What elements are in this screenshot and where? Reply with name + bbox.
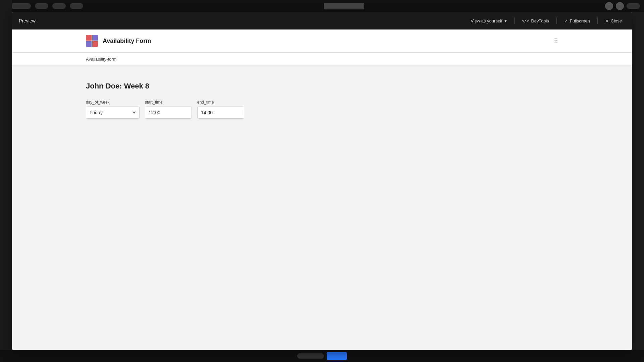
app-top-bar [0,0,644,12]
top-bar-right [605,2,640,10]
start-time-label: start_time [145,100,192,105]
close-button[interactable]: ✕ Close [602,16,625,25]
header-divider [597,17,598,24]
form-logo [86,35,98,47]
top-bar-avatar [616,2,624,10]
top-bar-nav-item [70,3,83,9]
chevron-down-icon: ▾ [504,18,507,23]
close-label: Close [611,18,622,23]
end-time-input-wrapper: 📅 [197,107,244,119]
end-time-input[interactable] [198,107,244,118]
grid-icon[interactable]: ⠿ [554,37,558,45]
form-header-left: Availability Form [86,35,151,47]
form-content: John Doe: Week 8 day_of_week Monday Tues… [12,66,632,350]
view-as-yourself-label: View as yourself [471,18,502,23]
start-time-input-wrapper: 📅 [145,107,192,119]
modal-header-right: View as yourself ▾ </> DevTools ⤢ Fullsc… [467,16,625,25]
devtools-icon: </> [522,18,529,23]
header-divider [514,17,515,24]
left-sidebar [0,0,12,362]
bottom-bar-cta [327,352,347,360]
form-subtitle-bar: Availability-form [12,53,632,66]
top-bar-center-item [324,3,364,9]
logo-quadrant-2 [92,35,98,41]
end-time-field-group: end_time 📅 [197,100,244,119]
devtools-button[interactable]: </> DevTools [519,16,552,25]
view-as-yourself-button[interactable]: View as yourself ▾ [467,16,510,25]
start-time-field-group: start_time 📅 [145,100,192,119]
top-bar-nav-item [11,3,31,9]
end-time-label: end_time [197,100,244,105]
close-icon: ✕ [605,18,609,23]
logo-quadrant-4 [92,41,98,47]
day-of-week-select[interactable]: Monday Tuesday Wednesday Thursday Friday… [86,107,140,119]
bottom-bar-item [297,353,324,359]
day-of-week-label: day_of_week [86,100,140,105]
preview-modal: Preview View as yourself ▾ </> DevTools … [12,12,632,350]
fullscreen-button[interactable]: ⤢ Fullscreen [561,16,593,25]
fullscreen-label: Fullscreen [570,18,590,23]
top-bar-avatar [605,2,613,10]
preview-label: Preview [19,18,36,23]
day-of-week-field-group: day_of_week Monday Tuesday Wednesday Thu… [86,100,140,119]
modal-header-left: Preview [19,18,36,23]
form-subtitle: Availability-form [86,57,117,62]
top-bar-cta [627,3,640,9]
logo-quadrant-3 [86,41,92,47]
bottom-bar [0,350,644,362]
form-fields-row: day_of_week Monday Tuesday Wednesday Thu… [86,100,558,119]
top-bar-nav-item [52,3,66,9]
top-bar-nav-item [35,3,48,9]
form-app-header: Availability Form ⠿ [12,29,632,53]
logo-quadrant-1 [86,35,92,41]
form-section-title: John Doe: Week 8 [86,82,558,90]
header-divider [556,17,557,24]
modal-header: Preview View as yourself ▾ </> DevTools … [12,12,632,29]
fullscreen-icon: ⤢ [564,18,568,23]
form-title: Availability Form [103,38,151,45]
devtools-label: DevTools [531,18,549,23]
start-time-input[interactable] [145,107,192,118]
